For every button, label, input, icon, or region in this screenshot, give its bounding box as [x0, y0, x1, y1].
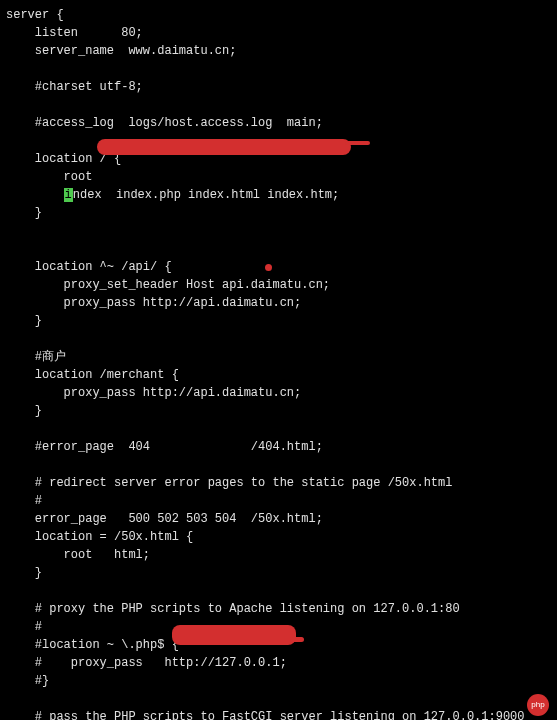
config-line: listen 80;: [6, 24, 551, 42]
config-line: # pass the PHP scripts to FastCGI server…: [6, 708, 551, 720]
editor-cursor: i: [64, 188, 73, 202]
redaction-mark-2-tail: [290, 637, 304, 642]
config-line: }: [6, 204, 551, 222]
php-badge-icon: php: [527, 694, 549, 716]
config-line: #: [6, 492, 551, 510]
config-line: # proxy_pass http://127.0.0.1;: [6, 654, 551, 672]
config-line: [6, 690, 551, 708]
config-line: proxy_pass http://api.daimatu.cn;: [6, 384, 551, 402]
config-line: #charset utf-8;: [6, 78, 551, 96]
config-line: location /merchant {: [6, 366, 551, 384]
config-line: }: [6, 564, 551, 582]
config-line: # proxy the PHP scripts to Apache listen…: [6, 600, 551, 618]
config-line: root: [6, 168, 551, 186]
redaction-mark-1-tail: [345, 141, 370, 145]
config-line: location ^~ /api/ {: [6, 258, 551, 276]
config-line: proxy_pass http://api.daimatu.cn;: [6, 294, 551, 312]
config-line: #商户: [6, 348, 551, 366]
config-line: # redirect server error pages to the sta…: [6, 474, 551, 492]
config-line: [6, 330, 551, 348]
config-line: #access_log logs/host.access.log main;: [6, 114, 551, 132]
php-badge-label: php: [531, 699, 544, 711]
config-line: index index.php index.html index.htm;: [6, 186, 551, 204]
config-line: #}: [6, 672, 551, 690]
config-line: [6, 60, 551, 78]
config-line: root html;: [6, 546, 551, 564]
config-line: [6, 582, 551, 600]
redaction-mark-1: [97, 139, 351, 155]
redaction-dot: [265, 264, 272, 271]
redaction-mark-2: [172, 625, 296, 645]
config-line: proxy_set_header Host api.daimatu.cn;: [6, 276, 551, 294]
config-line: location = /50x.html {: [6, 528, 551, 546]
config-line: [6, 222, 551, 240]
config-line: [6, 420, 551, 438]
config-line: server_name www.daimatu.cn;: [6, 42, 551, 60]
config-line: server {: [6, 6, 551, 24]
config-line: }: [6, 402, 551, 420]
config-line: [6, 456, 551, 474]
config-line: error_page 500 502 503 504 /50x.html;: [6, 510, 551, 528]
config-line: #error_page 404 /404.html;: [6, 438, 551, 456]
terminal-editor[interactable]: server { listen 80; server_name www.daim…: [6, 6, 551, 720]
config-line: [6, 240, 551, 258]
config-line: [6, 96, 551, 114]
config-line: }: [6, 312, 551, 330]
